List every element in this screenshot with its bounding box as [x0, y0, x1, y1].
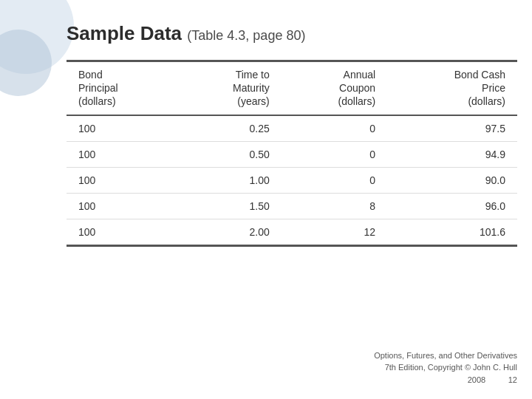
table-cell: 100 [66, 141, 177, 167]
table-cell: 100 [66, 193, 177, 219]
table-cell: 96.0 [387, 193, 517, 219]
table-row: 1000.50094.9 [66, 141, 517, 167]
table-cell: 12 [282, 219, 387, 245]
table-cell: 1.00 [177, 167, 282, 193]
table-row: 1002.0012101.6 [66, 219, 517, 245]
title-text: Sample Data [66, 22, 182, 44]
page-title: Sample Data (Table 4.3, page 80) [66, 22, 517, 45]
footer-line2: 7th Edition, Copyright © John C. Hull [385, 363, 517, 372]
table-cell: 90.0 [387, 167, 517, 193]
table-cell: 0 [282, 141, 387, 167]
main-content: Sample Data (Table 4.3, page 80) BondPri… [66, 22, 517, 384]
table-row: 1001.50896.0 [66, 193, 517, 219]
table-cell: 100 [66, 219, 177, 245]
col-header-time-maturity: Time toMaturity(years) [177, 62, 282, 115]
table-row: 1000.25097.5 [66, 115, 517, 142]
table-cell: 100 [66, 115, 177, 142]
table-cell: 100 [66, 167, 177, 193]
table-cell: 97.5 [387, 115, 517, 142]
col-header-bond-principal: BondPrincipal(dollars) [66, 62, 177, 115]
table-cell: 0.25 [177, 115, 282, 142]
table-header-row: BondPrincipal(dollars) Time toMaturity(y… [66, 62, 517, 115]
table-cell: 0 [282, 167, 387, 193]
col-header-annual-coupon: AnnualCoupon(dollars) [282, 62, 387, 115]
table-cell: 0 [282, 115, 387, 142]
sample-data-table: BondPrincipal(dollars) Time toMaturity(y… [66, 62, 517, 245]
table-body: 1000.25097.51000.50094.91001.00090.01001… [66, 115, 517, 245]
table-cell: 101.6 [387, 219, 517, 245]
table-cell: 8 [282, 193, 387, 219]
table-cell: 0.50 [177, 141, 282, 167]
data-table-container: BondPrincipal(dollars) Time toMaturity(y… [66, 60, 517, 247]
page-number: 12 [508, 375, 517, 384]
footer: Options, Futures, and Other Derivatives … [374, 349, 517, 386]
footer-line3: 2008 [468, 375, 485, 384]
table-row: 1001.00090.0 [66, 167, 517, 193]
table-bottom-border [66, 245, 517, 247]
subtitle-text: (Table 4.3, page 80) [187, 28, 305, 43]
col-header-bond-cash-price: Bond CashPrice(dollars) [387, 62, 517, 115]
table-cell: 2.00 [177, 219, 282, 245]
decorative-circles [0, 0, 59, 118]
table-cell: 1.50 [177, 193, 282, 219]
footer-line1: Options, Futures, and Other Derivatives [374, 351, 517, 360]
table-cell: 94.9 [387, 141, 517, 167]
